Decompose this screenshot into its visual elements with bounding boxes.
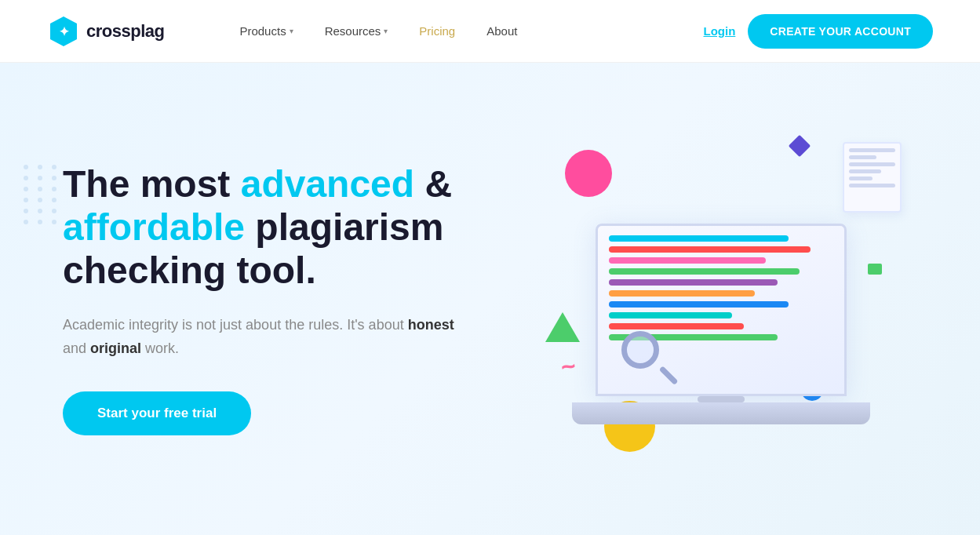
start-trial-button[interactable]: Start your free trial [63,391,251,435]
navbar: ✦ crossplag Products ▾ Resources ▾ Prici… [0,0,980,63]
svg-text:✦: ✦ [59,25,70,38]
dots-decoration [24,165,60,224]
diamond-decoration [789,135,811,157]
logo-icon: ✦ [47,15,80,48]
magnifier-icon [621,331,676,386]
hero-illustration: ~ [502,103,917,495]
laptop-screen [596,224,847,396]
logo[interactable]: ✦ crossplag [47,15,164,48]
laptop-base [572,402,870,424]
float-document [843,142,902,213]
chevron-down-icon: ▾ [384,27,388,35]
nav-pricing[interactable]: Pricing [406,18,468,44]
chevron-down-icon: ▾ [290,27,293,35]
nav-resources[interactable]: Resources ▾ [312,18,401,44]
hero-title: The most advanced & affordable plagiaris… [63,162,502,293]
create-account-button[interactable]: CREATE YOUR ACCOUNT [748,14,933,49]
nav-links: Products ▾ Resources ▾ Pricing About [227,18,703,44]
nav-products[interactable]: Products ▾ [227,18,305,44]
hero-subtitle: Academic integrity is not just about the… [63,314,455,360]
nav-login[interactable]: Login [704,24,736,38]
laptop-illustration [572,173,870,424]
logo-text: crossplag [86,21,164,42]
nav-about[interactable]: About [474,18,530,44]
laptop-hinge [698,396,745,402]
hero-section: The most advanced & affordable plagiaris… [0,63,980,535]
hero-content: The most advanced & affordable plagiaris… [63,162,502,436]
